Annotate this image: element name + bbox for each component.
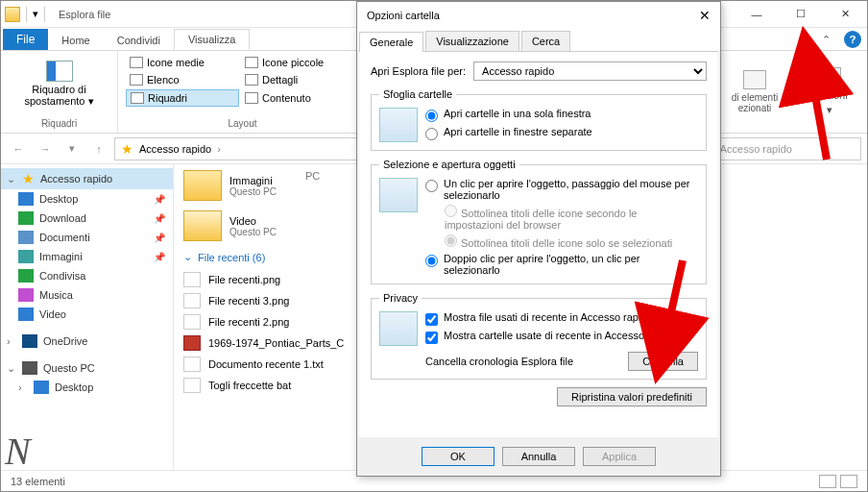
ok-button[interactable]: OK [422,447,494,466]
layout-contenuto[interactable]: Contenuto [241,89,354,107]
window-title: Esplora file [59,9,110,20]
sidebar-item-condivisa[interactable]: Condivisa [1,266,173,285]
back-button[interactable]: ← [7,137,30,160]
navigation-pane-button[interactable]: Riquadro di spostamento ▾ [9,55,109,108]
restore-defaults-button[interactable]: Ripristina valori predefiniti [557,387,707,406]
sidebar-onedrive[interactable]: ›OneDrive [1,332,173,351]
folder-name: Immagini [229,175,277,186]
ribbon-group-riquadri: Riquadro di spostamento ▾ Riquadri [1,51,118,133]
cancel-button[interactable]: Annulla [502,447,575,466]
apply-button[interactable]: Applica [583,447,656,466]
open-explorer-select[interactable]: Accesso rapido [473,62,707,81]
folder-immagini[interactable]: ImmaginiQuesto PC [183,170,277,201]
tab-condividi[interactable]: Condividi [104,31,174,50]
double-click-radio[interactable]: Doppio clic per aprire l'oggetto, un cli… [425,253,698,276]
underline-selected-radio: Sottolinea titoli delle icone solo se se… [445,234,698,249]
watermark: N [5,429,31,474]
show-recent-files-checkbox[interactable]: Mostra file usati di recente in Accesso … [425,311,698,326]
folder-icon [183,210,222,241]
dialog-tab-visualizzazione[interactable]: Visualizzazione [425,31,519,51]
selected-elements-icon [743,70,766,89]
ribbon-collapse-icon[interactable]: ⌃ [814,30,838,50]
folder-options-dialog: Opzioni cartella ✕ Generale Visualizzazi… [356,1,721,477]
layout-dettagli[interactable]: Dettagli [241,72,354,87]
browse-folders-fieldset: Sfoglia cartelle Apri cartelle in una so… [371,88,707,151]
folder-location: Questo PC [229,227,277,237]
dialog-title: Opzioni cartella [367,10,440,21]
options-icon: ✓ [818,67,841,86]
pdf-icon [183,335,201,351]
sidebar-item-desktop-2[interactable]: ›Desktop [1,378,173,397]
pc-badge: PC [305,170,320,201]
dialog-title-bar: Opzioni cartella ✕ [357,2,720,29]
options-label: Opzioni [811,89,847,101]
sidebar-quick-access[interactable]: ⌄★Accesso rapido [1,168,173,189]
show-recent-folders-checkbox[interactable]: Mostra cartelle usate di recente in Acce… [425,330,698,344]
tab-visualizza[interactable]: Visualizza [174,29,250,50]
up-button[interactable]: ↑ [87,137,110,160]
file-tab[interactable]: File [3,29,48,50]
qat-down-icon[interactable]: ▾ [33,8,38,20]
file-icon [183,314,201,330]
sidebar: ⌄★Accesso rapido Desktop📌 Download📌 Docu… [1,164,174,472]
file-icon [183,378,201,393]
forward-button[interactable]: → [34,137,57,160]
ribbon-group-layout: Icone medie Icone piccole Elenco Dettagl… [118,51,368,133]
dialog-tab-generale[interactable]: Generale [359,32,423,52]
group-label-layout: Layout [126,118,359,129]
chevron-right-icon: › [217,143,221,155]
file-icon [183,272,201,287]
sidebar-item-desktop[interactable]: Desktop📌 [1,189,173,209]
status-text: 13 elementi [11,476,65,487]
sidebar-item-immagini[interactable]: Immagini📌 [1,247,173,266]
browse-legend: Sfoglia cartelle [379,88,456,100]
open-explorer-label: Apri Esplora file per: [371,65,466,77]
help-icon[interactable]: ? [844,31,861,48]
chevron-down-icon: ⌄ [183,251,192,263]
clear-button[interactable]: Cancella [628,352,698,371]
maximize-button[interactable]: ☐ [779,1,823,28]
click-legend: Selezione e apertura oggetti [379,159,519,170]
history-dropdown[interactable]: ▾ [60,137,84,160]
layout-icone-piccole[interactable]: Icone piccole [241,55,354,70]
sidebar-item-download[interactable]: Download📌 [1,209,173,228]
file-icon [183,357,201,372]
single-click-radio[interactable]: Un clic per aprire l'oggetto, passaggio … [425,178,698,201]
sidebar-this-pc[interactable]: ⌄Questo PC [1,358,173,378]
navigation-pane-label: Riquadro di spostamento ▾ [9,84,109,108]
selected-elements-button[interactable]: di elementi ezionati [717,51,792,133]
privacy-legend: Privacy [379,292,422,304]
layout-riquadri[interactable]: Riquadri [126,89,239,107]
browse-new-window-radio[interactable]: Apri cartelle in finestre separate [425,126,698,140]
group-label-riquadri: Riquadri [9,118,109,129]
layout-elenco[interactable]: Elenco [126,72,239,87]
folder-video[interactable]: VideoQuesto PC [183,210,277,241]
file-icon [183,293,201,308]
minimize-button[interactable]: — [735,1,779,28]
underline-browser-radio: Sottolinea titoli delle icone secondo le… [445,205,698,231]
sidebar-item-video[interactable]: Video [1,305,173,324]
sidebar-item-documenti[interactable]: Documenti📌 [1,228,173,247]
sidebar-item-musica[interactable]: Musica [1,285,173,305]
close-button[interactable]: ✕ [823,1,867,28]
dialog-tab-cerca[interactable]: Cerca [521,31,570,51]
layout-icone-medie[interactable]: Icone medie [126,55,239,70]
browse-same-window-radio[interactable]: Apri cartelle in una sola finestra [425,108,698,122]
folder-icon [183,170,222,201]
navigation-pane-icon [46,61,73,82]
app-icon [5,7,20,22]
options-button[interactable]: ✓ Opzioni ▾ [792,51,867,133]
browse-icon [379,108,418,142]
tab-home[interactable]: Home [48,31,103,50]
breadcrumb-label: Accesso rapido [139,143,211,155]
dialog-close-button[interactable]: ✕ [699,8,711,23]
view-tiles-icon[interactable] [840,475,857,488]
quick-access-icon: ★ [121,141,133,157]
selected-elements-label: di elementi ezionati [732,92,778,113]
click-icon [379,178,418,212]
privacy-fieldset: Privacy Mostra file usati di recente in … [371,292,707,380]
folder-name: Video [229,215,277,227]
view-details-icon[interactable] [819,475,836,488]
folder-location: Questo PC [229,186,277,197]
privacy-icon [379,311,418,346]
